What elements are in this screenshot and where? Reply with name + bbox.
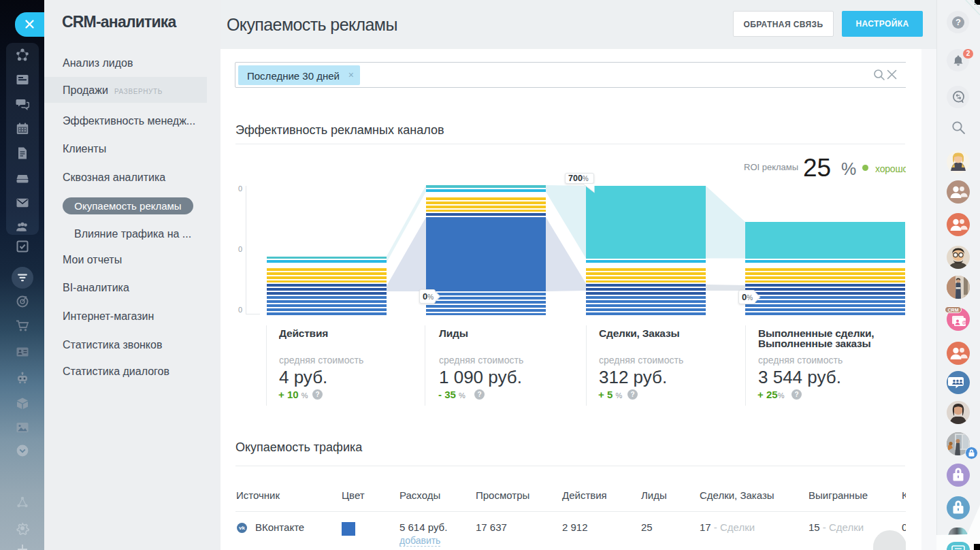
svg-text:@: @ [962,320,967,325]
